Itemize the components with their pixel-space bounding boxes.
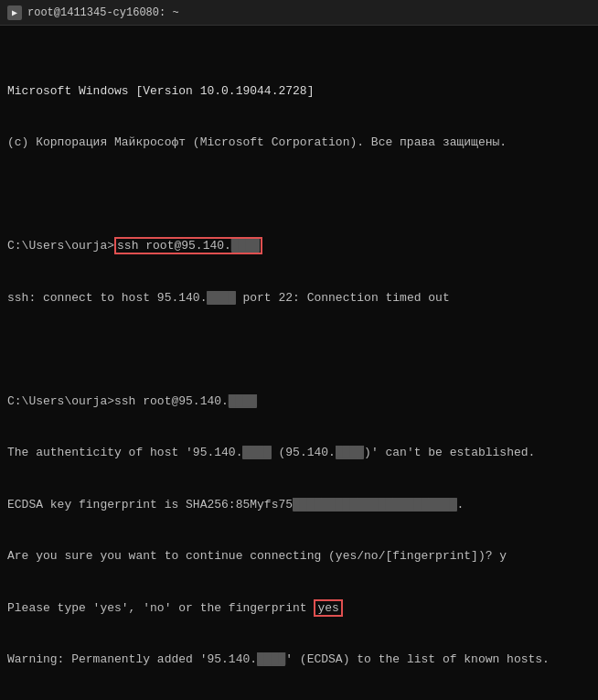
redacted-ip-6: ████: [257, 652, 285, 666]
redacted-ip-4: ████: [242, 446, 271, 459]
terminal-window: ▶ root@1411345-cy16080: ~ Microsoft Wind…: [0, 0, 598, 700]
line-continue: Are you sure you want to continue connec…: [7, 548, 591, 565]
line-blank-1: [7, 187, 591, 204]
line-warning: Warning: Permanently added '95.140.████'…: [7, 652, 591, 669]
redacted-ip-2: ████: [207, 291, 235, 305]
line-blank-2: [7, 341, 591, 359]
line-ssh-command-2: C:\Users\ourja>ssh root@95.140.████: [7, 393, 591, 411]
terminal-icon: ▶: [7, 5, 22, 20]
redacted-ip-1: ████: [231, 239, 260, 253]
line-authenticity: The authenticity of host '95.140.████ (9…: [7, 445, 591, 462]
line-ecdsa: ECDSA key fingerprint is SHA256:85Myfs75…: [7, 497, 591, 514]
title-bar-text: root@1411345-cy16080: ~: [27, 6, 591, 19]
line-ssh-command: C:\Users\ourja>ssh root@95.140.████: [7, 238, 591, 255]
ssh-command-highlight: ssh root@95.140.████: [114, 237, 262, 254]
line-please-type: Please type 'yes', 'no' or the fingerpri…: [7, 600, 591, 618]
line-timeout: ssh: connect to host 95.140.████ port 22…: [7, 290, 591, 307]
yes-highlight: yes: [314, 599, 342, 617]
title-bar: ▶ root@1411345-cy16080: ~: [0, 0, 598, 26]
line-windows-version: Microsoft Windows [Version 10.0.19044.27…: [7, 83, 591, 101]
line-copyright: (с) Корпорация Майкрософт (Microsoft Cor…: [7, 135, 591, 152]
redacted-fingerprint: ███████████████████████: [293, 498, 456, 512]
redacted-ip-3: ████: [229, 394, 257, 408]
redacted-ip-5: ████: [336, 446, 364, 459]
terminal-content[interactable]: Microsoft Windows [Version 10.0.19044.27…: [0, 26, 598, 700]
